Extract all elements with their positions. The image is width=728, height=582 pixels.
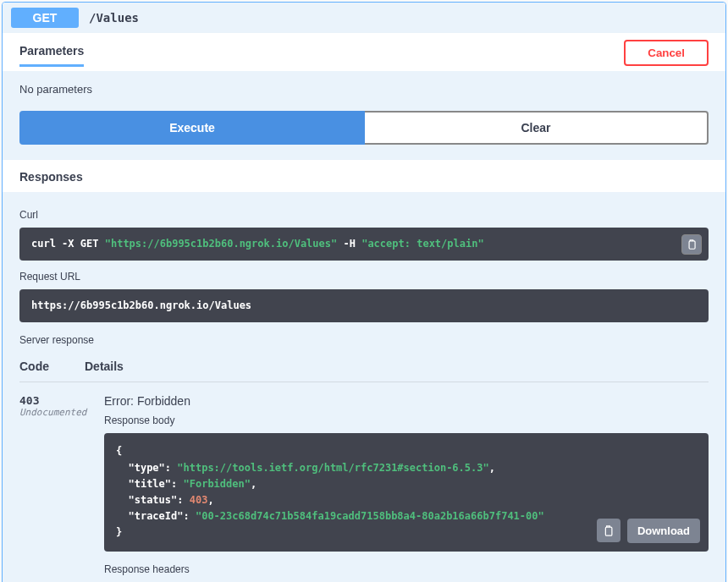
copy-response-button[interactable] — [597, 519, 620, 542]
parameters-body: No parameters Execute Clear — [3, 71, 725, 160]
request-url-label: Request URL — [19, 271, 709, 283]
copy-curl-button[interactable] — [681, 234, 702, 255]
clear-button[interactable]: Clear — [365, 111, 709, 145]
error-title: Error: Forbidden — [104, 394, 709, 408]
response-code-column: 403 Undocumented — [19, 394, 79, 582]
details-header: Details — [85, 360, 124, 373]
parameters-title: Parameters — [19, 44, 84, 58]
curl-command: curl -X GET "https://6b995c1b2b60.ngrok.… — [19, 228, 709, 261]
response-row: 403 Undocumented Error: Forbidden Respon… — [19, 394, 709, 582]
responses-body: Curl curl -X GET "https://6b995c1b2b60.n… — [3, 192, 725, 582]
svg-rect-0 — [689, 241, 695, 249]
execute-button[interactable]: Execute — [19, 111, 365, 145]
operation-panel: GET /Values Parameters Cancel No paramet… — [2, 2, 726, 582]
code-header: Code — [19, 360, 49, 373]
parameters-bar: Parameters Cancel — [3, 33, 725, 71]
clipboard-icon — [602, 524, 615, 537]
no-parameters-text: No parameters — [19, 83, 709, 96]
response-body-label: Response body — [104, 415, 709, 426]
status-code: 403 — [19, 394, 79, 407]
endpoint-path: /Values — [89, 11, 139, 25]
svg-rect-1 — [606, 527, 613, 535]
server-response-label: Server response — [19, 334, 709, 346]
operation-header[interactable]: GET /Values — [3, 3, 725, 33]
curl-label: Curl — [19, 209, 709, 221]
http-method-badge: GET — [11, 8, 79, 28]
status-note: Undocumented — [19, 407, 79, 418]
response-body-json: { "type": "https://tools.ietf.org/html/r… — [104, 433, 709, 551]
response-details-column: Error: Forbidden Response body { "type":… — [104, 394, 709, 582]
download-button[interactable]: Download — [627, 519, 700, 543]
responses-title: Responses — [19, 170, 83, 184]
response-headers-label: Response headers — [104, 563, 709, 575]
responses-bar: Responses — [3, 160, 725, 192]
clipboard-icon — [686, 239, 698, 250]
request-url-value: https://6b995c1b2b60.ngrok.io/Values — [19, 289, 709, 322]
cancel-button[interactable]: Cancel — [624, 40, 709, 66]
response-table-header: Code Details — [19, 354, 709, 382]
